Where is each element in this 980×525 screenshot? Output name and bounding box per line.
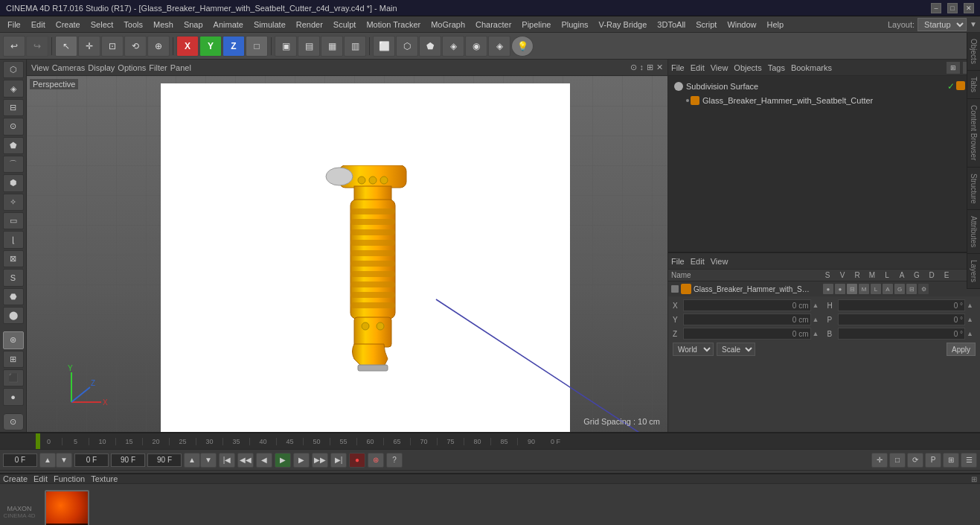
fps-down[interactable]: ▼ — [200, 453, 217, 468]
display-render-button[interactable]: ◈ — [488, 36, 510, 57]
display-box-button[interactable]: ⬜ — [373, 36, 395, 57]
coord-x-input[interactable] — [683, 299, 811, 311]
material-preview[interactable]: VR_Fire — [45, 490, 89, 525]
attr-menu-file[interactable]: File — [671, 257, 685, 266]
vp-ctrl-2[interactable]: ↕ — [640, 63, 644, 72]
col-icon-e[interactable]: ⚙ — [918, 284, 929, 294]
vp-menu-options[interactable]: Options — [118, 63, 146, 72]
lt-snap-tools[interactable]: ⊞ — [3, 351, 24, 368]
obj-menu-tags[interactable]: Tags — [768, 63, 785, 72]
move-button[interactable]: ✛ — [78, 36, 100, 57]
outer-tab-structure[interactable]: Structure — [967, 168, 980, 211]
menu-create[interactable]: Create — [51, 19, 85, 31]
coord-scale-select[interactable]: ScaleSize — [717, 343, 755, 356]
visibility-check[interactable]: ✓ — [947, 81, 955, 92]
apply-button[interactable]: Apply — [947, 343, 976, 356]
maximize-button[interactable]: □ — [947, 3, 958, 13]
col-icon-l[interactable]: L — [871, 284, 881, 294]
frame-end-input[interactable] — [111, 454, 145, 467]
timeline-playhead[interactable] — [36, 433, 40, 449]
redo-button[interactable]: ↪ — [26, 36, 48, 57]
menu-mograph[interactable]: MoGraph — [426, 19, 470, 31]
obj-menu-file[interactable]: File — [671, 63, 685, 72]
window-controls[interactable]: – □ ✕ — [931, 3, 974, 13]
col-icon-v[interactable]: ● — [835, 284, 845, 294]
axis-z-button[interactable]: Z — [222, 36, 245, 57]
layout-arrow[interactable]: ▼ — [970, 20, 977, 28]
menu-select[interactable]: Select — [86, 19, 118, 31]
lt-spline-deformers[interactable]: ⊠ — [3, 250, 24, 267]
menu-script[interactable]: Script — [691, 19, 721, 31]
next-keyframe-button[interactable]: ▶▶ — [312, 453, 328, 468]
coord-z-input[interactable] — [683, 328, 811, 340]
lt-mode-point[interactable]: ⊙ — [3, 118, 24, 135]
vp-ctrl-3[interactable]: ⊞ — [647, 63, 653, 72]
lt-visibility[interactable]: ● — [3, 388, 24, 405]
menu-edit[interactable]: Edit — [27, 19, 50, 31]
auto-key-button[interactable]: ⊛ — [368, 453, 384, 468]
tl-loop[interactable]: ⟳ — [907, 453, 923, 468]
rotate-button[interactable]: ⟲ — [124, 36, 147, 57]
col-icon-r[interactable]: ⊟ — [847, 284, 857, 294]
coord-p-arrow[interactable]: ▲ — [967, 316, 976, 323]
menu-mesh[interactable]: Mesh — [149, 19, 178, 31]
prev-keyframe-button[interactable]: ◀◀ — [237, 453, 254, 468]
obj-menu-view[interactable]: View — [711, 63, 728, 72]
tl-move[interactable]: ✛ — [871, 453, 888, 468]
menu-motion-tracker[interactable]: Motion Tracker — [362, 19, 425, 31]
tl-select[interactable]: □ — [889, 453, 906, 468]
coord-h-input[interactable] — [838, 299, 966, 311]
vp-menu-filter[interactable]: Filter — [149, 63, 167, 72]
lt-render-view[interactable]: ⊙ — [3, 413, 24, 430]
lt-dynamics[interactable]: ⬤ — [3, 307, 24, 324]
select-mode-button[interactable]: ↖ — [55, 36, 77, 57]
lt-deformers[interactable]: ⌊ — [3, 231, 24, 248]
outer-tab-attributes[interactable]: Attributes — [967, 210, 980, 254]
menu-plugins[interactable]: Plugins — [557, 19, 592, 31]
coord-x-arrow[interactable]: ▲ — [813, 302, 822, 309]
display-texture-button[interactable]: ◈ — [442, 36, 464, 57]
col-icon-a[interactable]: A — [883, 284, 893, 294]
main-viewport[interactable]: Perspective — [27, 76, 667, 432]
attr-menu-edit[interactable]: Edit — [691, 257, 705, 266]
frame-up[interactable]: ▲ — [39, 453, 56, 468]
lt-sculpt[interactable]: ⬟ — [3, 137, 24, 154]
key-settings-button[interactable]: ? — [386, 453, 403, 468]
outer-tab-tabs[interactable]: Tabs — [967, 71, 980, 99]
outer-tab-layers[interactable]: Layers — [967, 254, 980, 289]
menu-animate[interactable]: Animate — [209, 19, 248, 31]
outer-tab-content-browser[interactable]: Content Browser — [967, 99, 980, 167]
undo-button[interactable]: ↩ — [3, 36, 25, 57]
tl-settings[interactable]: ☰ — [961, 453, 977, 468]
coord-p-input[interactable] — [838, 314, 966, 325]
menu-sculpt[interactable]: Sculpt — [329, 19, 361, 31]
lt-generators[interactable]: S — [3, 269, 24, 286]
vp-menu-view[interactable]: View — [31, 63, 49, 72]
coord-h-arrow[interactable]: ▲ — [967, 302, 976, 309]
display-light-button[interactable]: 💡 — [511, 36, 534, 57]
menu-help[interactable]: Help — [763, 19, 789, 31]
lt-primitives[interactable]: ⬢ — [3, 174, 24, 191]
col-icon-d[interactable]: ⊟ — [906, 284, 917, 294]
tl-auto[interactable]: P — [925, 453, 941, 468]
render-batch-button[interactable]: ▥ — [344, 36, 366, 57]
render-frames-button[interactable]: ▤ — [298, 36, 320, 57]
coord-z-arrow[interactable]: ▲ — [813, 330, 822, 337]
lt-mode-polygon[interactable]: ◈ — [3, 80, 24, 97]
goto-end-button[interactable]: ▶| — [330, 453, 347, 468]
menu-vray[interactable]: V-Ray Bridge — [595, 19, 652, 31]
col-icon-m[interactable]: M — [859, 284, 869, 294]
minimize-button[interactable]: – — [931, 3, 941, 13]
menu-pipeline[interactable]: Pipeline — [517, 19, 555, 31]
lt-mode-edge[interactable]: ⊟ — [3, 99, 24, 116]
bottom-panel-icon-1[interactable]: ⊞ — [971, 475, 977, 483]
goto-start-button[interactable]: |◀ — [219, 453, 235, 468]
bottom-menu-function[interactable]: Function — [54, 474, 85, 483]
tree-item-glasshammer[interactable]: Glass_Breaker_Hammer_with_Seatbelt_Cutte… — [683, 94, 977, 107]
vp-menu-display[interactable]: Display — [88, 63, 115, 72]
axis-x-button[interactable]: X — [176, 36, 199, 57]
render-view-button[interactable]: ▣ — [275, 36, 297, 57]
lt-active-tool[interactable]: ⊛ — [3, 331, 24, 349]
attr-menu-view[interactable]: View — [711, 257, 728, 266]
vp-menu-cameras[interactable]: Cameras — [52, 63, 86, 72]
